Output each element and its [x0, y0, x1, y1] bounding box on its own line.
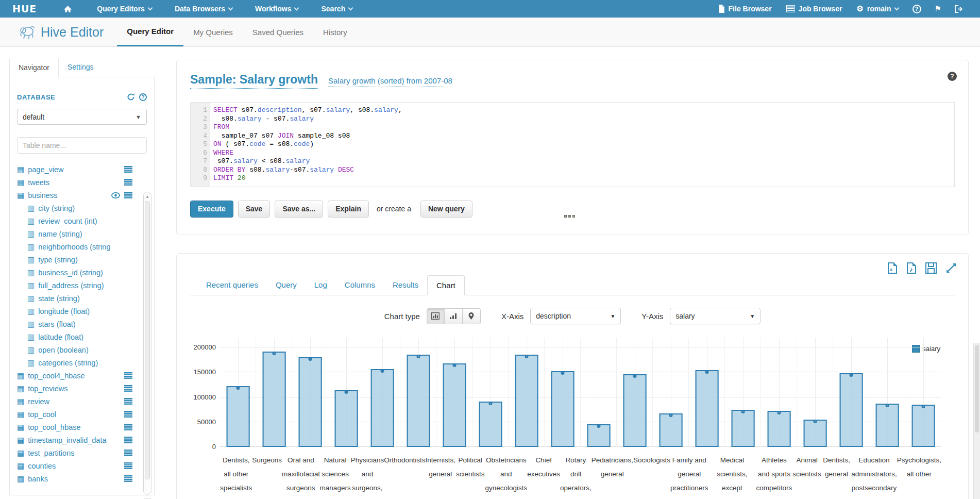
- table-row-timestamp-invalid-data[interactable]: ▦timestamp_invalid_data: [17, 434, 147, 446]
- topnav-menu-data-browsers[interactable]: Data Browsers: [163, 0, 244, 18]
- table-row-top-reviews[interactable]: ▦top_reviews: [17, 382, 147, 395]
- sidebar-scrollbar[interactable]: ▲: [143, 192, 151, 495]
- database-select[interactable]: default ▼: [17, 109, 147, 125]
- bar-natural-sciences-managers[interactable]: [335, 390, 358, 447]
- bar-education-administrators-postsecondary[interactable]: [876, 404, 899, 447]
- browse-data-icon[interactable]: [124, 462, 132, 469]
- feedback-flag-button[interactable]: ⚑: [928, 4, 948, 13]
- hue-logo[interactable]: HUE: [0, 0, 50, 18]
- scrollbar-thumb[interactable]: [145, 201, 150, 479]
- table-filter-input[interactable]: [17, 137, 147, 154]
- expand-results-icon[interactable]: [945, 262, 957, 274]
- column-row-review-count-int[interactable]: ▥review_count (int): [17, 214, 147, 227]
- app-tab-my-queries[interactable]: My Queries: [183, 18, 243, 46]
- browse-data-icon[interactable]: [124, 437, 132, 443]
- column-row-business-id-string[interactable]: ▥business_id (string): [17, 266, 147, 279]
- sql-code[interactable]: SELECT s07.description, s07.salary, s08.…: [210, 103, 954, 187]
- topnav-menu-search[interactable]: Search: [310, 0, 364, 18]
- bar-dentists-all-other-specialists[interactable]: [227, 386, 250, 447]
- bar-psychologists-all-other[interactable]: [912, 405, 935, 447]
- preview-eye-icon[interactable]: [111, 192, 120, 198]
- table-row-banks[interactable]: ▦banks: [17, 472, 147, 485]
- scroll-up-icon[interactable]: ▲: [144, 192, 151, 201]
- column-row-neighborhoods-string[interactable]: ▥neighborhoods (string: [17, 240, 147, 253]
- download-csv-icon[interactable]: [906, 262, 917, 274]
- job-browser-button[interactable]: Job Browser: [779, 5, 850, 13]
- table-row-page-view[interactable]: ▦page_view: [17, 163, 147, 176]
- bar-obstetricians-and-gynecologists[interactable]: [515, 355, 538, 447]
- bar-athletes-and-sports-competitors[interactable]: [768, 411, 791, 447]
- table-row-top-cool-hbase[interactable]: ▦top_cool_hbase: [17, 421, 147, 434]
- bar-physicians-and-surgeons-all-other[interactable]: [371, 369, 394, 447]
- help-button[interactable]: ?: [906, 5, 928, 13]
- editor-resize-handle[interactable]: [564, 215, 575, 218]
- table-row-business[interactable]: ▦business: [17, 189, 147, 202]
- bar-pediatricians-general[interactable]: [623, 374, 647, 447]
- yaxis-select[interactable]: salary ▼: [670, 308, 761, 324]
- chart-type-ascending-button[interactable]: [445, 308, 463, 324]
- chart-type-map-button[interactable]: [463, 308, 481, 324]
- bar-orthodontists[interactable]: [407, 355, 430, 447]
- column-row-name-string[interactable]: ▥name (string): [17, 227, 147, 240]
- browse-data-icon[interactable]: [124, 192, 132, 198]
- bar-family-and-general-practitioners[interactable]: [696, 370, 719, 447]
- bar-sociologists[interactable]: [660, 413, 683, 447]
- sidebar-tab-settings[interactable]: Settings: [59, 58, 103, 77]
- user-menu[interactable]: ⚙ romain: [849, 4, 905, 13]
- save-button[interactable]: Save: [238, 201, 271, 218]
- column-row-latitude-float[interactable]: ▥latitude (float): [17, 330, 147, 343]
- sidebar-tab-navigator[interactable]: Navigator: [9, 58, 59, 77]
- home-button[interactable]: [50, 0, 86, 18]
- bar-dentists-general[interactable]: [840, 373, 863, 447]
- table-row-top-cool4-hbase[interactable]: ▦top_cool4_hbase: [17, 369, 147, 382]
- results-tab-query[interactable]: Query: [267, 275, 306, 295]
- browse-data-icon[interactable]: [124, 475, 132, 482]
- new-query-button[interactable]: New query: [420, 201, 472, 218]
- table-row-test-partitions[interactable]: ▦test_partitions: [17, 446, 147, 459]
- column-row-state-string[interactable]: ▥state (string): [17, 292, 147, 305]
- sql-editor[interactable]: 123456789 SELECT s07.description, s07.sa…: [190, 102, 955, 187]
- query-title[interactable]: Sample: Salary growth: [190, 73, 318, 89]
- hive-editor-brand[interactable]: Hive Editor: [19, 18, 104, 46]
- column-row-longitude-float[interactable]: ▥longitude (float): [17, 305, 147, 318]
- results-tab-log[interactable]: Log: [306, 275, 336, 295]
- app-tab-history[interactable]: History: [313, 18, 357, 46]
- execute-button[interactable]: Execute: [190, 201, 233, 218]
- bar-medical-scientists-except-epidemiologists[interactable]: [732, 410, 755, 447]
- column-row-stars-float[interactable]: ▥stars (float): [17, 318, 147, 330]
- xaxis-select[interactable]: description ▼: [530, 308, 621, 324]
- table-row-review[interactable]: ▦review: [17, 395, 147, 408]
- browse-data-icon[interactable]: [124, 179, 132, 186]
- column-row-type-string[interactable]: ▥type (string): [17, 253, 147, 266]
- bar-internists-general[interactable]: [443, 363, 466, 447]
- column-row-full-address-string[interactable]: ▥full_address (string): [17, 279, 147, 292]
- download-xls-icon[interactable]: x: [887, 262, 898, 274]
- topnav-menu-workflows[interactable]: Workflows: [244, 0, 310, 18]
- results-tab-recent-queries[interactable]: Recent queries: [197, 275, 267, 295]
- file-browser-button[interactable]: File Browser: [711, 5, 779, 13]
- topnav-menu-query-editors[interactable]: Query Editors: [86, 0, 163, 18]
- table-row-top-cool[interactable]: ▦top_cool: [17, 408, 147, 421]
- app-tab-saved-queries[interactable]: Saved Queries: [243, 18, 313, 46]
- app-tab-query-editor[interactable]: Query Editor: [117, 18, 183, 46]
- bar-political-scientists[interactable]: [479, 402, 502, 447]
- bar-surgeons[interactable]: [263, 352, 286, 447]
- table-row-tweets[interactable]: ▦tweets: [17, 176, 147, 189]
- browse-data-icon[interactable]: [124, 398, 132, 405]
- browse-data-icon[interactable]: [124, 450, 132, 456]
- browse-data-icon[interactable]: [124, 424, 132, 430]
- database-help-icon[interactable]: ?: [139, 93, 147, 101]
- editor-help-icon[interactable]: ?: [948, 72, 957, 81]
- bar-animal-scientists[interactable]: [804, 420, 827, 447]
- save-results-icon[interactable]: [925, 262, 937, 274]
- bar-oral-and-maxillofacial-surgeons[interactable]: [299, 357, 322, 447]
- explain-button[interactable]: Explain: [328, 201, 369, 218]
- window-scrollbar[interactable]: [973, 343, 980, 499]
- query-description[interactable]: Salary growth (sorted) from 2007-08: [328, 76, 452, 87]
- results-tab-chart[interactable]: Chart: [427, 275, 465, 295]
- browse-data-icon[interactable]: [124, 166, 132, 173]
- window-scrollbar-thumb[interactable]: [975, 345, 979, 433]
- bar-chief-executives[interactable]: [551, 371, 575, 447]
- refresh-icon[interactable]: [127, 93, 135, 101]
- browse-data-icon[interactable]: [124, 385, 132, 392]
